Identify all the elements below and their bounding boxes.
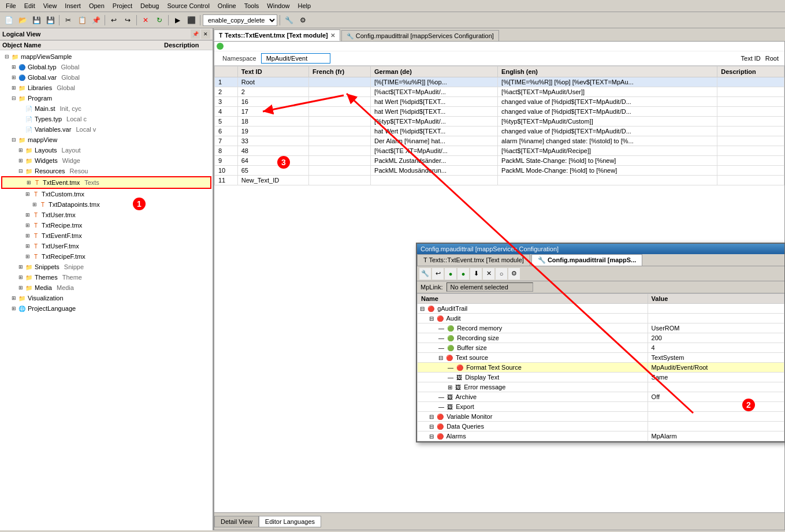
tree-item-libraries[interactable]: ⊞ 📁 Libraries Global xyxy=(1,83,211,93)
tree-item-txtrecipe-tmx[interactable]: ⊞ T TxtRecipe.tmx xyxy=(1,220,211,230)
config-row[interactable]: ⊟ 🔴 Audit xyxy=(418,314,784,323)
toolbar-copy[interactable]: 📋 xyxy=(76,14,88,27)
tree-item-themes[interactable]: ⊞ 📁 Themes Theme xyxy=(1,272,211,282)
toolbar-extra1[interactable]: 🔧 xyxy=(282,14,295,27)
menu-file[interactable]: File xyxy=(2,1,20,10)
overlay-btn-1[interactable]: 🔧 xyxy=(419,268,431,280)
tree-item-mappview[interactable]: ⊟ 📁 mappView xyxy=(1,135,211,145)
menu-edit[interactable]: Edit xyxy=(21,1,39,10)
config-row[interactable]: — 🟢 Buffer size 4 xyxy=(418,343,784,353)
tree-item-layouts[interactable]: ⊞ 📁 Layouts Layout xyxy=(1,145,211,155)
toolbar-extra2[interactable]: ⚙ xyxy=(296,14,309,27)
config-row[interactable]: ⊟ 🔴 gAuditTrail xyxy=(418,304,784,314)
panel-pin-btn[interactable]: 📌 xyxy=(191,29,200,39)
overlay-btn-3[interactable]: ● xyxy=(445,268,456,280)
tree-item-txtuser-tmx[interactable]: ⊞ T TxtUser.tmx xyxy=(1,210,211,220)
config-row[interactable]: — 🖼 Display Text Same xyxy=(418,373,784,382)
editor-languages-tab[interactable]: Editor Languages xyxy=(259,516,321,527)
config-row[interactable]: ⊟ 🔴 Data Queries xyxy=(418,422,784,431)
table-row[interactable]: 11 New_Text_ID xyxy=(215,176,784,185)
toolbar-cut[interactable]: ✂ xyxy=(62,14,75,27)
toolbar-dropdown[interactable]: enable_copy_delete xyxy=(203,14,277,26)
tree-item-visualization[interactable]: ⊞ 📁 Visualization xyxy=(1,293,211,303)
toolbar-save[interactable]: 💾 xyxy=(30,14,43,27)
tree-item-media[interactable]: ⊞ 📁 Media Media xyxy=(1,282,211,293)
cell-num: 5 xyxy=(215,117,238,127)
tree-item-resources[interactable]: ⊟ 📁 Resources Resou xyxy=(1,166,211,176)
tree-item-global-var[interactable]: ⊞ 🔵 Global.var Global xyxy=(1,72,211,83)
panel-close-btn[interactable]: ✕ xyxy=(201,29,210,39)
menu-open[interactable]: Open xyxy=(85,1,108,10)
tree-item-txteventf-tmx[interactable]: ⊞ T TxtEventF.tmx xyxy=(1,230,211,241)
table-row[interactable]: 5 18 [%typ$[TEXT=MpAudit/... [%typ$[TEXT… xyxy=(215,117,784,127)
config-row[interactable]: — 🖼 Archive Off xyxy=(418,392,784,402)
overlay-btn-7[interactable]: ○ xyxy=(496,268,507,280)
menu-project[interactable]: Project xyxy=(109,1,136,10)
table-row[interactable]: 1 Root [%[TIME=%u%R]] [%op... [%[TIME=%u… xyxy=(215,77,784,87)
config-cell-value: TextSystem xyxy=(648,353,784,363)
toolbar-stop[interactable]: ⬛ xyxy=(185,14,198,27)
tab-config[interactable]: 🔧 Config.mpaudittrail [mappServices Conf… xyxy=(341,30,499,41)
overlay-tab-txtevent[interactable]: T Texts::TxtEvent.tmx [Text module] xyxy=(417,254,530,266)
config-row[interactable]: ⊟ 🔴 Alarms MpAlarm xyxy=(418,431,784,441)
table-row[interactable]: 7 33 Der Alarm [%name] hat... alarm [%na… xyxy=(215,136,784,146)
overlay-btn-4[interactable]: ● xyxy=(457,268,469,280)
menu-debug[interactable]: Debug xyxy=(137,1,162,10)
table-row[interactable]: 10 65 PackML Modusänderun... PackML Mode… xyxy=(215,166,784,176)
table-row[interactable]: 8 48 [%act$[TE XT=MpAudit/... [%act$[TEX… xyxy=(215,146,784,156)
tree-item-global-typ[interactable]: ⊞ 🔵 Global.typ Global xyxy=(1,62,211,72)
table-row[interactable]: 6 19 hat Wert [%dpid$[TEXT... changed va… xyxy=(215,127,784,136)
detail-view-tab[interactable]: Detail View xyxy=(214,516,259,527)
tree-item-mappviewsample[interactable]: ⊟ 📁 mappViewSample xyxy=(1,51,211,62)
config-row[interactable]: ⊞ 🖼 Error message xyxy=(418,382,784,392)
tree-item-main-st[interactable]: 📄 Main.st Init, cyc xyxy=(1,103,211,114)
table-row[interactable]: 3 16 hat Wert [%dpid$[TEXT... changed va… xyxy=(215,97,784,107)
cell-desc xyxy=(717,166,784,176)
config-row[interactable]: ⊟ 🔴 Variable Monitor xyxy=(418,412,784,422)
toolbar-undo[interactable]: ↩ xyxy=(107,14,120,27)
config-cell-name: ⊟ 🔴 Variable Monitor xyxy=(418,412,648,422)
row-label: Data Queries xyxy=(447,423,484,430)
table-row[interactable]: 2 2 [%act$[TEXT=MpAudit/... [%act$[TEXT=… xyxy=(215,87,784,97)
tree-item-types-typ[interactable]: 📄 Types.typ Local c xyxy=(1,114,211,124)
overlay-tab-config[interactable]: 🔧 Config.mpaudittrail [mappS... xyxy=(531,254,642,266)
overlay-btn-5[interactable]: ⬇ xyxy=(470,268,482,280)
tree-item-txtrecipef-tmx[interactable]: ⊞ T TxtRecipeF.tmx xyxy=(1,251,211,262)
config-row[interactable]: ⊟ 🔴 Text source TextSystem xyxy=(418,353,784,363)
table-row[interactable]: 4 17 hat Wert [%dpid$[TEXT... changed va… xyxy=(215,107,784,117)
toolbar-paste[interactable]: 📌 xyxy=(90,14,102,27)
tab-txtevent[interactable]: T Texts::TxtEvent.tmx [Text module] ✕ xyxy=(214,29,340,41)
toolbar-delete[interactable]: ✕ xyxy=(139,14,152,27)
menu-source-control[interactable]: Source Control xyxy=(163,1,213,10)
menu-insert[interactable]: Insert xyxy=(61,1,84,10)
tree-item-projectlanguage[interactable]: ⊞ 🌐 ProjectLanguage xyxy=(1,303,211,314)
table-row[interactable]: 9 64 PackML Zustandsänder... PackML Stat… xyxy=(215,156,784,166)
toolbar-save-all[interactable]: 💾 xyxy=(44,14,57,27)
overlay-btn-2[interactable]: ↩ xyxy=(432,268,444,280)
config-row[interactable]: — 🔴 Format Text Source MpAudit/Event/Roo… xyxy=(418,363,784,373)
toolbar-redo[interactable]: ↪ xyxy=(121,14,134,27)
tree-item-txtcustom-tmx[interactable]: ⊞ T TxtCustom.tmx xyxy=(1,189,211,199)
tree-item-variables-var[interactable]: 📄 Variables.var Local v xyxy=(1,124,211,135)
config-row[interactable]: — 🟢 Record memory UserROM xyxy=(418,323,784,333)
menu-online[interactable]: Online xyxy=(214,1,240,10)
toolbar-new[interactable]: 📄 xyxy=(2,14,15,27)
menu-help[interactable]: Help xyxy=(294,1,314,10)
toolbar-build[interactable]: ▶ xyxy=(171,14,184,27)
tree-item-txtevent-tmx[interactable]: ⊞ T TxtEvent.tmx Texts xyxy=(1,176,211,189)
tree-item-program[interactable]: ⊟ 📁 Program xyxy=(1,93,211,103)
tree-item-txtdatapoints-tmx[interactable]: ⊞ T TxtDatapoints.tmx xyxy=(1,199,211,210)
tree-item-snippets[interactable]: ⊞ 📁 Snippets Snippe xyxy=(1,262,211,272)
tree-item-txtuserf-tmx[interactable]: ⊞ T TxtUserF.tmx xyxy=(1,241,211,251)
tree-item-widgets[interactable]: ⊞ 📁 Widgets Widge xyxy=(1,155,211,166)
config-row[interactable]: — 🟢 Recording size 200 xyxy=(418,333,784,343)
toolbar-open[interactable]: 📂 xyxy=(16,14,29,27)
tab-close-txtevent[interactable]: ✕ xyxy=(330,32,335,39)
config-row[interactable]: — 🖼 Export xyxy=(418,402,784,412)
menu-window[interactable]: Window xyxy=(263,1,293,10)
overlay-btn-6[interactable]: ✕ xyxy=(483,268,494,280)
overlay-btn-8[interactable]: ⚙ xyxy=(508,268,520,280)
toolbar-refresh[interactable]: ↻ xyxy=(153,14,166,27)
menu-tools[interactable]: Tools xyxy=(241,1,263,10)
menu-view[interactable]: View xyxy=(40,1,61,10)
